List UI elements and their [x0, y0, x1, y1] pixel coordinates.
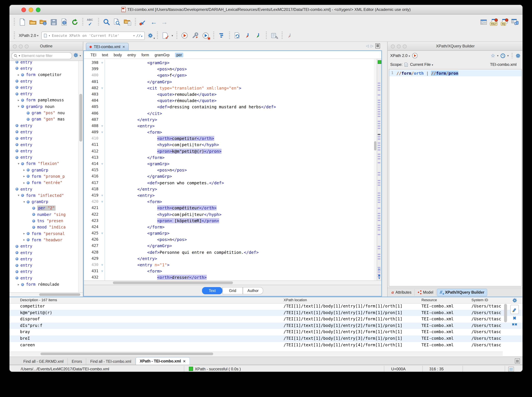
view-mode-text[interactable]: Text: [202, 287, 222, 294]
results-horizontal-scrollbar[interactable]: [10, 352, 503, 356]
zoom-window-button[interactable]: [36, 8, 40, 12]
toolbar-grip[interactable]: [82, 18, 83, 26]
occurrence-marker[interactable]: [378, 199, 380, 200]
code-line[interactable]: 432 <orth>dresser</orth>: [84, 274, 373, 280]
code-line[interactable]: 402▽ <cit type="translation" xml:lang="e…: [84, 85, 373, 91]
code-line[interactable]: 429 </entry>: [84, 255, 373, 262]
outline-item[interactable]: ▶formcompetitor: [10, 72, 78, 78]
breadcrumb-item-per[interactable]: per: [175, 52, 183, 57]
code-line[interactable]: 430▽ <entry n="1">: [84, 262, 373, 268]
outline-item[interactable]: ▶form"personal: [10, 230, 78, 237]
occurrence-marker[interactable]: [378, 272, 380, 273]
view-mode-author[interactable]: Author: [243, 287, 263, 294]
occurrence-marker[interactable]: [378, 123, 380, 124]
code-line[interactable]: 420▽ <form>: [84, 198, 373, 205]
tree-toggle-icon[interactable]: ▶: [23, 238, 27, 242]
status-message-icon[interactable]: [508, 367, 514, 372]
breadcrumb-item-gramGrp[interactable]: gramGrp: [155, 53, 170, 57]
occurrence-marker[interactable]: [378, 102, 380, 103]
occurrence-marker[interactable]: [378, 254, 380, 255]
occurrence-marker[interactable]: [378, 83, 380, 84]
column-resource[interactable]: Resource: [422, 298, 437, 302]
outline-item[interactable]: entry: [10, 91, 78, 97]
breadcrumb-item-text[interactable]: text: [102, 53, 108, 57]
minimize-window-button[interactable]: [29, 8, 33, 12]
occurrence-marker[interactable]: [378, 128, 380, 129]
column-system-id[interactable]: System ID: [471, 298, 488, 302]
debug-xslt-button[interactable]: XSLT: [490, 18, 498, 26]
refresh-references-button[interactable]: [233, 31, 241, 40]
builder-tab-attributes[interactable]: aAttributes: [389, 289, 414, 296]
occurrence-marker[interactable]: [378, 114, 380, 115]
occurrence-marker[interactable]: [378, 258, 380, 259]
fold-toggle-icon[interactable]: ▽: [100, 230, 105, 236]
outline-item[interactable]: ▶form"entrée": [10, 180, 78, 186]
code-line[interactable]: 431▽ <form>: [84, 268, 373, 274]
outline-item[interactable]: entry: [10, 123, 78, 129]
occurrence-marker[interactable]: [378, 136, 380, 137]
column-xpath-location[interactable]: XPath location: [284, 298, 307, 302]
code-line[interactable]: 416 </gramGrp>: [84, 173, 373, 180]
occurrence-marker[interactable]: [378, 197, 380, 198]
debug-transformation-button[interactable]: ✱: [202, 31, 210, 40]
breadcrumb-item-TEI[interactable]: TEI: [91, 53, 96, 57]
outline-item[interactable]: entry: [10, 135, 78, 142]
favorites-star-icon[interactable]: ☆: [491, 53, 495, 59]
occurrence-marker[interactable]: [378, 107, 380, 108]
code-line[interactable]: 427 </gramGrp>: [84, 243, 373, 249]
occurrence-marker[interactable]: [378, 87, 380, 88]
fold-toggle-icon[interactable]: ▽: [100, 60, 105, 66]
code-line[interactable]: 426 <pos>n</pos>: [84, 236, 373, 243]
occurrence-marker[interactable]: [378, 215, 380, 216]
code-line[interactable]: 415 <pos>n</pos>: [84, 167, 373, 173]
fold-toggle-icon[interactable]: ▽: [100, 192, 105, 198]
bottom-tab-xpath-tei-combo-xml[interactable]: XPath - TEI-combo.xml✕: [135, 357, 190, 365]
occurrence-marker[interactable]: [378, 248, 380, 249]
occurrence-marker[interactable]: [378, 149, 380, 150]
occurrence-marker[interactable]: [378, 225, 380, 226]
toolbar-grip[interactable]: [282, 32, 283, 39]
code-line[interactable]: 414▽ <gramGrp>: [84, 161, 373, 167]
fold-toggle-icon[interactable]: ▽: [100, 123, 105, 129]
results-vertical-scrollbar[interactable]: [504, 304, 507, 347]
occurrence-marker[interactable]: [378, 276, 380, 277]
outline-vertical-scrollbar[interactable]: [78, 61, 83, 292]
occurrence-marker[interactable]: [378, 256, 380, 257]
close-window-button[interactable]: [21, 8, 26, 12]
outline-item[interactable]: tns"presen: [10, 218, 78, 224]
builder-tab-model[interactable]: Model: [415, 289, 436, 296]
code-line[interactable]: 399 <pos>n</pos>: [84, 66, 373, 72]
layout-icon[interactable]: [479, 18, 488, 26]
outline-item[interactable]: entry: [10, 65, 78, 72]
close-tab-icon[interactable]: ✕: [122, 45, 125, 49]
occurrence-marker[interactable]: [378, 109, 380, 110]
outline-item[interactable]: ▶formpamplemouss: [10, 97, 78, 104]
toolbar-grip[interactable]: [98, 18, 99, 26]
tree-toggle-icon[interactable]: ▶: [18, 99, 21, 102]
code-line[interactable]: 405 <def>dressing containing mustard and…: [84, 104, 373, 110]
breadcrumb-item-form[interactable]: form: [141, 53, 149, 57]
outline-item[interactable]: ▼form"inflected": [10, 192, 78, 199]
save-to-url-button[interactable]: [60, 18, 68, 26]
occurrence-marker[interactable]: [378, 134, 380, 135]
edit-scenarios-button[interactable]: ✎: [270, 31, 278, 40]
highlight-results-button[interactable]: [510, 305, 519, 314]
code-editor[interactable]: 398▽ <gramGrp>399 <pos>n</pos>400 <gen>f…: [84, 59, 381, 280]
result-row[interactable]: k@m"petit@(r)/TEI[1]/text[1]/body[1]/ent…: [10, 310, 522, 316]
toolbar-grip[interactable]: [14, 18, 15, 26]
validate-button[interactable]: ✓: [161, 31, 169, 40]
outline-item[interactable]: ▼gramGrp: [10, 199, 78, 205]
occurrence-marker[interactable]: [378, 85, 380, 86]
code-line[interactable]: 408▽ <entry>: [84, 123, 373, 129]
occurrence-marker[interactable]: [378, 172, 380, 173]
breadcrumb-item-body[interactable]: body: [114, 53, 122, 57]
occurrence-marker[interactable]: [378, 111, 380, 112]
configure-transformation-button[interactable]: [191, 31, 199, 40]
outline-item[interactable]: entry: [10, 275, 78, 281]
occurrence-marker[interactable]: [378, 227, 380, 228]
apply-transformation-button[interactable]: [181, 31, 189, 40]
toolbar-grip[interactable]: [14, 32, 15, 39]
code-line[interactable]: 407 </entry>: [84, 116, 373, 123]
xpath-expression-field[interactable]: ▾ Execute XPath on 'Current File' ▾ //★: [41, 31, 145, 40]
outline-item[interactable]: gram"pos"nou: [10, 110, 78, 116]
